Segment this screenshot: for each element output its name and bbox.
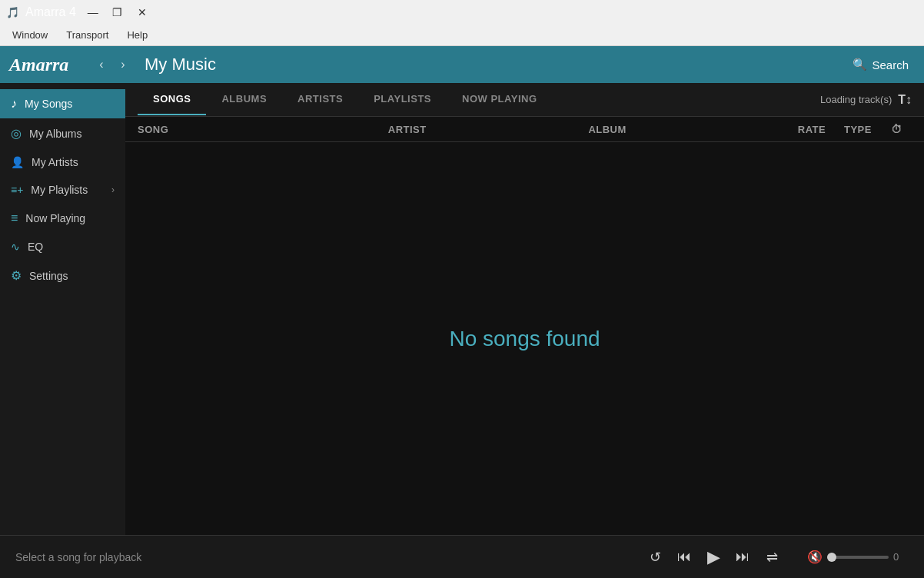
album-icon: ◎ — [11, 126, 22, 141]
clock-icon: ⏱ — [891, 123, 902, 135]
content-area: SONGS ALBUMS ARTISTS PLAYLISTS NOW PLAYI… — [125, 83, 924, 535]
title-bar: 🎵 Amarra 4 — ❐ ✕ — [0, 0, 924, 25]
nav-arrows: ‹ › — [92, 55, 132, 74]
sidebar-label-eq: EQ — [28, 241, 115, 253]
sidebar-item-eq[interactable]: ∿ EQ — [0, 233, 125, 261]
person-icon: 👤 — [11, 156, 24, 168]
tab-albums[interactable]: ALBUMS — [206, 84, 282, 115]
sidebar-label-now-playing: Now Playing — [25, 212, 115, 224]
search-button[interactable]: 🔍 Search — [846, 55, 915, 75]
header: Amarra ‹ › My Music 🔍 Search — [0, 46, 924, 83]
tab-status: Loading track(s) T↕ — [820, 93, 912, 107]
col-rate: RATE — [789, 124, 835, 135]
table-header: SONG ARTIST ALBUM RATE TYPE ⏱ — [125, 117, 924, 142]
maximize-button[interactable]: ❐ — [107, 3, 128, 22]
tab-now-playing[interactable]: NOW PLAYING — [447, 84, 552, 115]
empty-state: No songs found — [125, 142, 924, 535]
sidebar-item-my-albums[interactable]: ◎ My Albums — [0, 118, 125, 148]
sidebar: ♪ My Songs ◎ My Albums 👤 My Artists ≡+ M… — [0, 83, 125, 535]
sidebar-item-settings[interactable]: ⚙ Settings — [0, 261, 125, 291]
shuffle-button[interactable]: ⇌ — [761, 546, 783, 568]
minimize-button[interactable]: — — [82, 3, 104, 22]
menu-help[interactable]: Help — [118, 26, 157, 44]
sidebar-item-my-playlists[interactable]: ≡+ My Playlists › — [0, 176, 125, 204]
menu-bar: Window Transport Help — [0, 25, 924, 46]
sidebar-item-my-songs[interactable]: ♪ My Songs — [0, 89, 125, 118]
chevron-right-icon: › — [111, 184, 115, 195]
search-icon: 🔍 — [853, 58, 867, 71]
col-album: ALBUM — [588, 124, 789, 135]
tab-bar: SONGS ALBUMS ARTISTS PLAYLISTS NOW PLAYI… — [125, 83, 924, 117]
play-button[interactable]: ▶ — [703, 546, 724, 568]
close-button[interactable]: ✕ — [131, 3, 153, 22]
sidebar-label-my-songs: My Songs — [25, 98, 115, 110]
nav-forward-button[interactable]: › — [114, 55, 132, 74]
menu-transport[interactable]: Transport — [57, 26, 118, 44]
search-label: Search — [872, 58, 909, 71]
eq-icon: ∿ — [11, 241, 20, 253]
col-song: SONG — [138, 124, 388, 135]
col-clock: ⏱ — [881, 123, 912, 135]
sidebar-item-now-playing[interactable]: ≡ Now Playing — [0, 204, 125, 233]
col-type: TYPE — [835, 124, 881, 135]
next-button[interactable]: ⏭ — [732, 546, 753, 568]
volume-icon: 🔇 — [807, 550, 823, 564]
tab-playlists[interactable]: PLAYLISTS — [358, 84, 447, 115]
sidebar-item-my-artists[interactable]: 👤 My Artists — [0, 148, 125, 176]
app-title: Amarra 4 — [25, 5, 76, 19]
now-playing-icon: ≡ — [11, 211, 18, 225]
playlist-icon: ≡+ — [11, 184, 23, 196]
menu-window[interactable]: Window — [3, 26, 57, 44]
page-title: My Music — [145, 55, 840, 75]
bottom-bar: Select a song for playback ↺ ⏮ ▶ ⏭ ⇌ 🔇 0 — [0, 535, 924, 578]
volume-area: 🔇 0 — [807, 550, 909, 564]
tab-songs[interactable]: SONGS — [138, 84, 206, 115]
prev-button[interactable]: ⏮ — [673, 546, 695, 568]
nav-back-button[interactable]: ‹ — [92, 55, 111, 74]
sidebar-label-my-artists: My Artists — [32, 156, 115, 168]
main-layout: ♪ My Songs ◎ My Albums 👤 My Artists ≡+ M… — [0, 83, 924, 535]
gear-icon: ⚙ — [11, 268, 22, 283]
playback-status: Select a song for playback — [15, 551, 632, 563]
volume-slider[interactable] — [827, 556, 889, 559]
col-artist: ARTIST — [388, 124, 589, 135]
text-size-button[interactable]: T↕ — [898, 93, 912, 107]
loading-status: Loading track(s) — [820, 94, 892, 105]
tab-artists[interactable]: ARTISTS — [282, 84, 358, 115]
app-icon: 🎵 — [6, 6, 19, 18]
window-controls: — ❐ ✕ — [82, 3, 153, 22]
sidebar-label-settings: Settings — [29, 270, 115, 282]
playback-controls: ↺ ⏮ ▶ ⏭ ⇌ — [644, 546, 783, 568]
app-logo: Amarra — [9, 55, 86, 75]
repeat-button[interactable]: ↺ — [644, 546, 666, 568]
empty-message: No songs found — [449, 327, 600, 351]
sidebar-label-my-playlists: My Playlists — [31, 184, 104, 196]
music-note-icon: ♪ — [11, 97, 17, 111]
volume-value: 0 — [893, 551, 909, 563]
sidebar-label-my-albums: My Albums — [29, 128, 115, 140]
